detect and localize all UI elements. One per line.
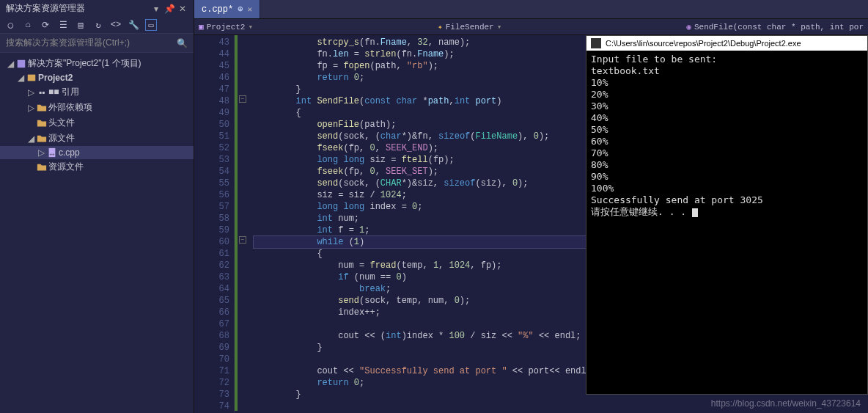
project-node[interactable]: ◢ Project2: [0, 71, 194, 84]
back-icon[interactable]: ◯: [4, 19, 16, 31]
folder-icon: [35, 118, 48, 128]
line-number: 46: [194, 72, 229, 84]
expand-icon[interactable]: ▷: [26, 87, 35, 98]
line-number: 66: [194, 307, 229, 318]
line-number: 74: [194, 401, 229, 412]
line-number: 56: [194, 189, 229, 201]
tab-ccpp[interactable]: c.cpp* ⊕ ✕: [194, 0, 260, 18]
tab-close-icon[interactable]: ✕: [247, 4, 252, 14]
crumb-label: Project2: [207, 23, 246, 32]
collapse-icon[interactable]: ☰: [57, 19, 69, 31]
node-label: 头文件: [48, 117, 75, 129]
folder-icon: [35, 134, 48, 144]
fold-toggle-icon[interactable]: −: [239, 95, 246, 103]
line-number: 53: [194, 154, 229, 166]
line-number: 52: [194, 142, 229, 154]
solution-icon: [15, 59, 28, 69]
line-number: 69: [194, 342, 229, 354]
console-title-text: C:\Users\lin\source\repos\Project2\Debug…: [606, 39, 801, 48]
class-icon: ✦: [438, 22, 443, 32]
line-number: 61: [194, 248, 229, 260]
references-node[interactable]: ▷ ▪▪ ■■ 引用: [0, 84, 194, 100]
expand-icon[interactable]: [26, 118, 35, 128]
references-icon: ▪▪: [35, 87, 48, 98]
folder-icon: [35, 162, 48, 172]
crumb-project[interactable]: ▣ Project2 ▾: [199, 22, 253, 32]
crumb-label: FileSender: [446, 23, 494, 32]
project-icon: ▣: [199, 22, 204, 32]
line-number: 59: [194, 224, 229, 236]
node-label: 资源文件: [48, 161, 84, 173]
show-all-icon[interactable]: ▤: [75, 19, 87, 31]
cpp-file-icon: ++: [45, 147, 59, 158]
home-icon[interactable]: ⌂: [22, 19, 34, 31]
solution-search[interactable]: 搜索解决方案资源管理器(Ctrl+;) 🔍: [0, 34, 194, 53]
project-label: Project2: [38, 73, 73, 83]
line-number: 43: [194, 37, 229, 48]
expand-icon[interactable]: ◢: [6, 59, 15, 69]
expand-icon[interactable]: ▷: [26, 103, 35, 113]
expand-icon[interactable]: ◢: [26, 134, 35, 144]
crumb-class[interactable]: ✦ FileSender ▾: [438, 22, 501, 32]
console-titlebar[interactable]: C:\Users\lin\source\repos\Project2\Debug…: [586, 36, 867, 51]
chevron-down-icon[interactable]: ▾: [497, 22, 502, 32]
chevron-down-icon[interactable]: ▾: [248, 22, 253, 32]
sync-icon[interactable]: ⟳: [40, 19, 51, 31]
panel-menu-icon[interactable]: ▾: [151, 4, 161, 14]
svg-text:++: ++: [50, 151, 56, 156]
line-number: 54: [194, 166, 229, 178]
solution-explorer-panel: 解决方案资源管理器 ▾ 📌 ✕ ◯ ⌂ ⟳ ☰ ▤ ↻ <> 🔧 ▭ 搜索解决方…: [0, 0, 194, 413]
tab-pin-icon[interactable]: ⊕: [238, 4, 243, 15]
svg-rect-0: [18, 59, 26, 67]
line-number: 57: [194, 201, 229, 213]
expand-icon[interactable]: ▷: [37, 147, 45, 158]
line-number: 44: [194, 48, 229, 60]
sources-node[interactable]: ◢ 源文件: [0, 131, 194, 146]
solution-tree: ◢ 解决方案"Project2"(1 个项目) ◢ Project2 ▷ ▪▪ …: [0, 53, 194, 178]
solution-toolbar: ◯ ⌂ ⟳ ☰ ▤ ↻ <> 🔧 ▭: [0, 17, 194, 34]
search-placeholder: 搜索解决方案资源管理器(Ctrl+;): [6, 37, 130, 49]
node-label: 源文件: [48, 132, 75, 145]
fold-toggle-icon[interactable]: −: [239, 236, 246, 244]
crumb-method[interactable]: ◉ SendFile(const char * path, int por: [686, 22, 864, 32]
view-icon[interactable]: ▭: [145, 19, 157, 31]
tab-label: c.cpp*: [202, 4, 233, 15]
line-number: 70: [194, 354, 229, 365]
panel-title-text: 解决方案资源管理器: [6, 2, 85, 15]
solution-node[interactable]: ◢ 解决方案"Project2"(1 个项目): [0, 56, 194, 71]
node-label: ■■ 引用: [48, 86, 79, 98]
file-ccpp[interactable]: ▷ ++ c.cpp: [0, 146, 194, 159]
line-number: 48: [194, 95, 229, 107]
console-output: Input file to be sent: textbook.txt 10% …: [586, 51, 867, 221]
search-icon[interactable]: 🔍: [177, 38, 188, 48]
line-number: 51: [194, 131, 229, 142]
headers-node[interactable]: 头文件: [0, 115, 194, 131]
refresh-icon[interactable]: ↻: [92, 19, 104, 31]
folder-icon: [35, 103, 48, 113]
line-number-gutter: 4344454647484950515253545556575859606162…: [194, 35, 235, 413]
console-window[interactable]: C:\Users\lin\source\repos\Project2\Debug…: [586, 35, 868, 395]
line-number: 68: [194, 330, 229, 342]
external-deps-node[interactable]: ▷ 外部依赖项: [0, 100, 194, 115]
pin-icon[interactable]: 📌: [164, 4, 174, 14]
line-number: 71: [194, 365, 229, 377]
expand-icon[interactable]: [26, 162, 35, 172]
expand-icon[interactable]: ◢: [16, 73, 25, 83]
line-number: 72: [194, 377, 229, 389]
file-label: c.cpp: [59, 147, 80, 158]
editor-tabs: c.cpp* ⊕ ✕: [194, 0, 868, 19]
line-number: 63: [194, 271, 229, 283]
line-number: 55: [194, 178, 229, 189]
watermark-text: https://blog.csdn.net/weixin_43723614: [711, 398, 861, 409]
node-label: 外部依赖项: [48, 101, 92, 114]
resources-node[interactable]: 资源文件: [0, 159, 194, 175]
properties-icon[interactable]: <>: [110, 19, 122, 31]
method-icon: ◉: [686, 22, 691, 32]
line-number: 73: [194, 389, 229, 401]
line-number: 47: [194, 84, 229, 95]
panel-title-bar: 解决方案资源管理器 ▾ 📌 ✕: [0, 0, 194, 17]
line-number: 65: [194, 295, 229, 307]
close-icon[interactable]: ✕: [177, 4, 188, 14]
wrench-icon[interactable]: 🔧: [128, 19, 139, 31]
console-app-icon: [591, 38, 601, 48]
